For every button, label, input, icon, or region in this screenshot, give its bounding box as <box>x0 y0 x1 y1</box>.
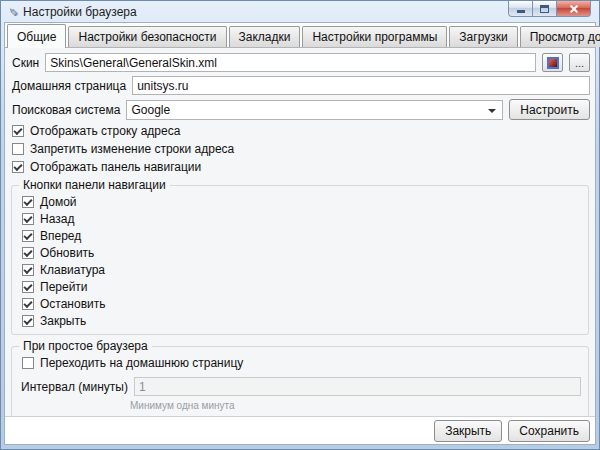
interval-input[interactable] <box>134 377 581 396</box>
caret-down-icon <box>488 109 496 113</box>
maximize-icon <box>540 5 549 13</box>
show-nav-panel-checkbox-row[interactable]: Отображать панель навигации <box>12 160 588 174</box>
window-controls <box>509 1 591 17</box>
nav-checkbox-stop[interactable] <box>22 298 34 310</box>
idle-group-title: При простое браузера <box>19 339 152 353</box>
skin-preview-button[interactable] <box>542 53 563 72</box>
minimize-button[interactable] <box>508 1 533 17</box>
nav-checkbox-refresh-label: Обновить <box>40 246 94 260</box>
search-engine-row: Поисковая система Google Настроить <box>12 99 590 120</box>
skin-label: Скин <box>12 56 39 70</box>
skin-swatch-icon <box>547 57 559 69</box>
show-address-bar-checkbox[interactable] <box>12 125 24 137</box>
search-engine-value: Google <box>131 103 170 117</box>
app-icon: ✎ <box>8 6 18 16</box>
idle-group: При простое браузера Переходить на домаш… <box>11 346 589 417</box>
nav-checkbox-go[interactable] <box>22 281 34 293</box>
nav-checkbox-refresh[interactable] <box>22 247 34 259</box>
nav-checkbox-keyboard-label: Клавиатура <box>40 263 105 277</box>
show-address-bar-label: Отображать строку адреса <box>30 124 180 138</box>
homepage-row: Домашняя страница <box>12 76 590 95</box>
nav-checkbox-close-label: Закрыть <box>40 314 86 328</box>
interval-label: Интервал (минуты) <box>21 380 128 394</box>
nav-checkbox-close-row[interactable]: Закрыть <box>22 314 578 328</box>
tab-downloads[interactable]: Загрузки <box>449 26 517 47</box>
lock-address-bar-checkbox[interactable] <box>12 143 24 155</box>
nav-checkbox-forward-label: Вперед <box>40 229 81 243</box>
nav-checkbox-forward[interactable] <box>22 230 34 242</box>
tab-general[interactable]: Общие <box>7 24 66 48</box>
close-x-icon <box>569 4 579 14</box>
close-window-button[interactable] <box>556 1 591 17</box>
configure-search-button[interactable]: Настроить <box>509 99 590 120</box>
skin-row: Скин ... <box>12 53 590 72</box>
nav-buttons-group: Кнопки панели навигации Домой Назад Впер… <box>11 185 589 335</box>
show-nav-panel-checkbox[interactable] <box>12 161 24 173</box>
search-engine-select[interactable]: Google <box>126 100 503 120</box>
nav-checkbox-stop-row[interactable]: Остановить <box>22 297 578 311</box>
skin-browse-button[interactable]: ... <box>569 53 590 72</box>
interval-row: Интервал (минуты) <box>21 377 581 396</box>
footer: Закрыть Сохранить <box>5 417 595 444</box>
nav-checkbox-home[interactable] <box>22 196 34 208</box>
nav-checkbox-home-row[interactable]: Домой <box>22 195 578 209</box>
window-title: Настройки браузера <box>23 5 137 19</box>
goto-homepage-checkbox[interactable] <box>22 357 34 369</box>
nav-checkbox-go-label: Перейти <box>40 280 88 294</box>
nav-checkbox-keyboard-row[interactable]: Клавиатура <box>22 263 578 277</box>
nav-checkbox-back[interactable] <box>22 213 34 225</box>
interval-hint: Минимум одна минута <box>130 400 582 411</box>
search-engine-label: Поисковая система <box>12 103 120 117</box>
lock-address-bar-checkbox-row[interactable]: Запретить изменение строки адреса <box>12 142 588 156</box>
homepage-input[interactable] <box>132 76 590 95</box>
show-nav-panel-label: Отображать панель навигации <box>30 160 201 174</box>
tab-document-view[interactable]: Просмотр документов <box>520 26 600 47</box>
nav-checkbox-go-row[interactable]: Перейти <box>22 280 578 294</box>
skin-input[interactable] <box>45 53 536 72</box>
lock-address-bar-label: Запретить изменение строки адреса <box>30 142 234 156</box>
save-button[interactable]: Сохранить <box>508 420 590 442</box>
nav-checkbox-stop-label: Остановить <box>40 297 106 311</box>
homepage-label: Домашняя страница <box>12 79 126 93</box>
tab-security-settings[interactable]: Настройки безопасности <box>68 26 226 47</box>
browser-settings-window: ✎ Настройки браузера Общие Настройки без… <box>0 0 600 450</box>
nav-checkbox-refresh-row[interactable]: Обновить <box>22 246 578 260</box>
maximize-button[interactable] <box>532 1 557 17</box>
close-dialog-button[interactable]: Закрыть <box>434 420 502 442</box>
goto-homepage-label: Переходить на домашнюю страницу <box>40 356 243 370</box>
tab-bookmarks[interactable]: Закладки <box>229 26 301 47</box>
goto-homepage-checkbox-row[interactable]: Переходить на домашнюю страницу <box>22 356 578 370</box>
nav-checkbox-home-label: Домой <box>40 195 77 209</box>
minimize-icon <box>517 10 525 13</box>
nav-buttons-group-title: Кнопки панели навигации <box>19 178 170 192</box>
tab-program-settings[interactable]: Настройки программы <box>302 26 447 47</box>
nav-checkbox-keyboard[interactable] <box>22 264 34 276</box>
nav-checkbox-forward-row[interactable]: Вперед <box>22 229 578 243</box>
general-tab-pane: Скин ... Домашняя страница Поисковая сис… <box>5 48 595 417</box>
show-address-bar-checkbox-row[interactable]: Отображать строку адреса <box>12 124 588 138</box>
tab-bar: Общие Настройки безопасности Закладки На… <box>5 23 595 48</box>
nav-checkbox-close[interactable] <box>22 315 34 327</box>
nav-checkbox-back-label: Назад <box>40 212 74 226</box>
dialog-body: Общие Настройки безопасности Закладки На… <box>4 22 596 445</box>
nav-checkbox-back-row[interactable]: Назад <box>22 212 578 226</box>
